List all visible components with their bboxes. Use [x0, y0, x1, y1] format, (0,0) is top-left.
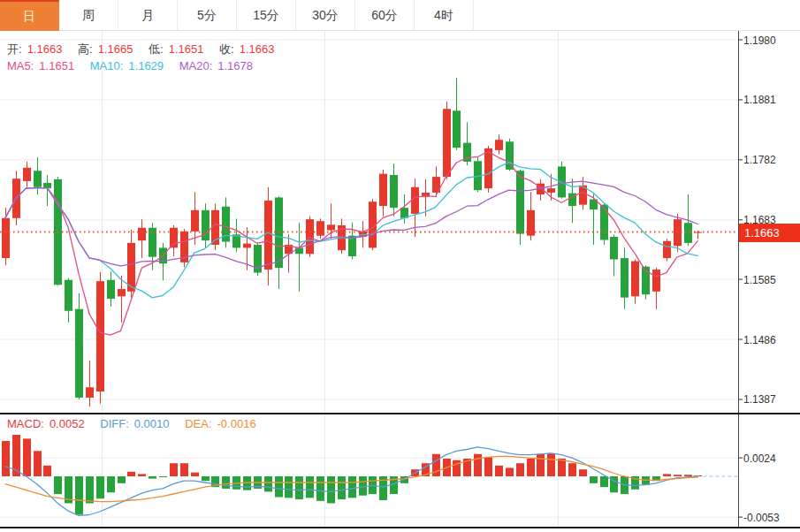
macd-axis-label: -0.0053: [743, 512, 780, 524]
bottom-border: [0, 527, 800, 528]
price-axis: 1.19801.18811.17821.16831.15851.14861.13…: [738, 31, 776, 414]
timeframe-tab-bar: 日周月5分15分30分60分4时: [0, 0, 800, 31]
price-axis-label: 1.1782: [743, 154, 776, 166]
dea-value: -0.0016: [217, 417, 256, 430]
price-axis-label: 1.1387: [743, 393, 776, 406]
macd-axis: 0.0024-0.0053: [738, 414, 780, 528]
diff-value: 0.0010: [134, 417, 170, 430]
high-value: 1.1665: [98, 42, 133, 56]
macd-label: MACD:: [7, 417, 44, 430]
current-price-value: 1.1663: [744, 226, 780, 239]
low-label: 低:: [149, 42, 164, 56]
macd-value: 0.0052: [50, 417, 85, 430]
price-axis-label: 1.1980: [743, 34, 776, 47]
open-label: 开:: [7, 42, 22, 56]
ma20-label: MA20:: [179, 59, 213, 72]
macd-chart[interactable]: 0.0024-0.0053: [0, 414, 800, 528]
macd-axis-label: 0.0024: [743, 452, 776, 465]
macd-histogram: [2, 435, 702, 514]
tab-4hour[interactable]: 4时: [415, 0, 474, 31]
candlestick-chart[interactable]: 1.19801.18811.17821.16831.15851.14861.13…: [0, 31, 800, 414]
ma10-label: MA10:: [90, 59, 124, 72]
close-label: 收:: [219, 42, 234, 56]
tab-60min[interactable]: 60分: [355, 0, 415, 31]
ohlc-legend: 开:1.1663 高:1.1665 低:1.1651 收:1.1663: [7, 42, 279, 57]
diff-label: DIFF:: [100, 417, 129, 430]
low-value: 1.1651: [169, 42, 204, 56]
high-label: 高:: [78, 42, 93, 56]
ma5-value: 1.1651: [39, 59, 74, 72]
ma10-value: 1.1629: [128, 59, 164, 72]
tab-month[interactable]: 月: [118, 0, 178, 31]
macd-gridlines: [0, 414, 738, 528]
tab-5min[interactable]: 5分: [178, 0, 237, 31]
kline-chart-app: 日周月5分15分30分60分4时 1.19801.18811.17821.168…: [0, 0, 800, 532]
ma5-label: MA5:: [7, 59, 34, 72]
dea-label: DEA:: [185, 417, 211, 430]
tab-week[interactable]: 周: [59, 0, 118, 31]
tab-30min[interactable]: 30分: [296, 0, 355, 31]
panel-separator: [0, 413, 800, 414]
candlesticks: [2, 78, 702, 407]
macd-legend: MACD:0.0052 DIFF:0.0010 DEA:-0.0016: [7, 417, 262, 430]
open-value: 1.1663: [27, 42, 63, 56]
close-value: 1.1663: [240, 42, 275, 56]
price-axis-label: 1.1881: [743, 94, 776, 106]
ma-legend: MA5:1.1651 MA10:1.1629 MA20:1.1678: [7, 59, 258, 72]
current-price-badge: 1.1663: [739, 224, 800, 242]
tab-day[interactable]: 日: [0, 0, 59, 31]
price-axis-label: 1.1585: [743, 274, 776, 286]
price-axis-label: 1.1486: [743, 334, 776, 346]
tab-15min[interactable]: 15分: [237, 0, 296, 31]
ma20-value: 1.1678: [217, 59, 253, 72]
